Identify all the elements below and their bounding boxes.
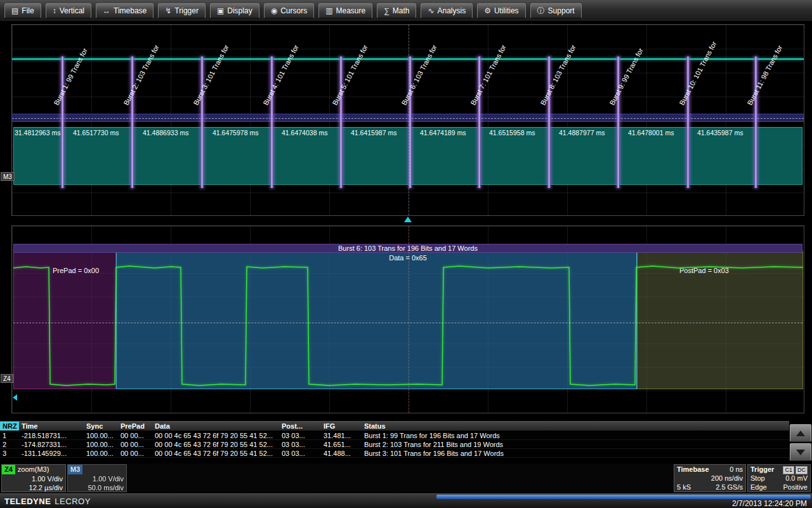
cell-post: 03 03... <box>279 449 321 457</box>
cell-prepad: 00 00... <box>118 440 152 448</box>
cell-time: -131.145929... <box>19 449 84 457</box>
z4-channel-tag[interactable]: Z4 <box>1 374 13 383</box>
col-data: Data <box>152 422 279 431</box>
cell-sync: 100.00... <box>84 440 118 448</box>
utilities-icon: ⚙ <box>484 7 491 15</box>
trigger-title: Trigger <box>750 465 774 474</box>
cell-status: Burst 1: 99 Trans for 196 Bits and 17 Wo… <box>362 431 789 439</box>
main-waveform-grid[interactable]: Burst 1: 99 Trans for Burst 2: 103 Trans… <box>11 24 804 216</box>
cell-sync: 100.00... <box>84 431 118 439</box>
menu-vertical-label: Vertical <box>60 6 84 15</box>
burst-annotation-7: Burst 7: 101 Trans for <box>469 43 508 107</box>
menu-measure[interactable]: ▥Measure <box>318 3 372 18</box>
menu-vertical[interactable]: ↕Vertical <box>46 3 91 18</box>
cell-prepad: 00 00... <box>118 431 152 439</box>
trigger-position-marker[interactable] <box>404 217 412 222</box>
burst-annotation-10: Burst 10: 101 Trans for <box>678 40 719 107</box>
table-header: NRZ Time Sync PrePad Data Post... IFG St… <box>0 421 789 431</box>
burst-marker-2 <box>131 57 134 188</box>
cell-ifg: 31.481... <box>321 431 362 439</box>
burst-annotation-2: Burst 2: 103 Trans for <box>122 43 161 107</box>
menu-cursors-label: Cursors <box>280 6 307 15</box>
menu-support-label: Support <box>548 6 575 15</box>
col-time: Time <box>19 422 84 431</box>
burst-annotation-1: Burst 1: 99 Trans for <box>53 47 89 107</box>
col-ifg: IFG <box>321 422 362 431</box>
burst-interval-time-10: 41.6478001 ms <box>628 129 674 137</box>
burst-interval-time-3: 41.4886933 ms <box>143 129 188 137</box>
burst-interval-time-9: 41.4887977 ms <box>559 129 605 137</box>
menu-analysis-label: Analysis <box>437 6 466 15</box>
z4-tdiv: 12.2 µs/div <box>2 483 65 492</box>
m3-tab: M3 <box>68 465 82 474</box>
scroll-up-button[interactable] <box>790 424 811 442</box>
timebase-scale: 200 ns/div <box>711 474 743 483</box>
menu-math[interactable]: ∑Math <box>377 3 416 18</box>
menu-timebase-label: Timebase <box>114 6 147 15</box>
arrow-down-icon <box>796 450 805 455</box>
analysis-icon: ∿ <box>428 7 434 15</box>
cell-post: 03 03... <box>279 440 321 448</box>
cell-index: 1 <box>0 431 19 439</box>
datetime-display: 2/7/2013 12:24:20 PM <box>732 499 807 508</box>
burst-marker-10 <box>686 57 690 188</box>
menu-trigger[interactable]: ↯Trigger <box>158 3 206 18</box>
trigger-slope: Positive <box>783 483 808 491</box>
table-row[interactable]: 3 -131.145929... 100.00... 00 00... 00 0… <box>0 449 789 458</box>
menu-trigger-label: Trigger <box>174 6 199 15</box>
table-row[interactable]: 1 -218.518731... 100.00... 00 00... 00 0… <box>0 431 789 440</box>
zoom-waveform-grid[interactable]: Burst 6: 103 Trans for 196 Bits and 17 W… <box>11 225 804 413</box>
cell-index: 3 <box>0 449 19 457</box>
m3-descriptor-box[interactable]: M3 1.00 V/div 50.0 ms/div <box>67 464 127 492</box>
table-row[interactable]: 2 -174.827331... 100.00... 00 00... 00 0… <box>0 440 789 449</box>
menu-math-label: Math <box>393 6 410 15</box>
menu-display[interactable]: ▣Display <box>210 3 259 18</box>
z4-descriptor-box[interactable]: Z4 zoom(M3) 1.00 V/div 12.2 µs/div <box>1 464 66 492</box>
col-sync: Sync <box>84 422 118 431</box>
menu-analysis[interactable]: ∿Analysis <box>421 3 473 18</box>
burst-marker-9 <box>617 57 620 188</box>
menu-cursors[interactable]: ◉Cursors <box>264 3 315 18</box>
cell-post: 03 03... <box>279 431 321 439</box>
trigger-descriptor-box[interactable]: Trigger C1DC Stop0.0 mV EdgePositive <box>747 464 811 492</box>
cell-data: 00 00 4c 65 43 72 6f 79 20 55 41 52... <box>152 431 279 439</box>
menu-timebase[interactable]: ↔Timebase <box>96 3 154 18</box>
timebase-title: Timebase <box>677 465 709 474</box>
zoom-center-line <box>409 226 409 413</box>
brand-lecroy: LECROY <box>55 497 90 506</box>
trigger-level: 0.0 mV <box>785 474 808 483</box>
m3-channel-tag[interactable]: M3 <box>1 172 15 181</box>
timebase-samples: 5 kS <box>677 483 691 491</box>
menu-file[interactable]: ▤File <box>4 3 41 18</box>
cell-data: 00 00 4c 65 43 72 6f 79 20 55 41 52... <box>152 449 279 457</box>
burst-interval-time-7: 41.6474189 ms <box>420 129 466 137</box>
burst-marker-3 <box>200 57 204 188</box>
brand-logo: TELEDYNELECROY <box>4 497 91 506</box>
burst-marker-8 <box>547 57 551 188</box>
trigger-time-line <box>409 25 409 215</box>
cell-time: -174.827331... <box>19 440 84 448</box>
timebase-descriptor-box[interactable]: Timebase0 ns 200 ns/div 5 kS2.5 GS/s <box>674 464 746 492</box>
cell-index: 2 <box>0 440 19 448</box>
menu-measure-label: Measure <box>336 6 365 15</box>
burst-interval-time-11: 41.6435987 ms <box>697 129 743 137</box>
cell-ifg: 41.651... <box>321 440 362 448</box>
menu-support[interactable]: ⓘSupport <box>530 3 582 18</box>
cursors-icon: ◉ <box>271 7 277 15</box>
burst-annotation-11: Burst 11: 98 Trans for <box>746 44 785 107</box>
burst-interval-time-5: 41.6474038 ms <box>282 129 327 137</box>
vertical-icon: ↕ <box>53 7 56 15</box>
status-bar: Z4 zoom(M3) 1.00 V/div 12.2 µs/div M3 1.… <box>0 464 812 493</box>
display-icon: ▣ <box>217 7 224 15</box>
burst-annotation-9: Burst 9: 99 Trans for <box>608 47 645 107</box>
timebase-rate: 2.5 GS/s <box>716 483 743 491</box>
timebase-icon: ↔ <box>103 7 110 15</box>
file-icon: ▤ <box>11 7 18 15</box>
trigger-mode: Stop <box>750 474 765 483</box>
cell-status: Burst 3: 101 Trans for 196 Bits and 17 W… <box>362 449 789 457</box>
menu-utilities[interactable]: ⚙Utilities <box>477 3 525 18</box>
zoom-pan-left-arrow[interactable] <box>13 394 17 401</box>
status-progress-bar <box>436 495 811 499</box>
burst-interval-time-4: 41.6475978 ms <box>213 129 258 137</box>
scroll-down-button[interactable] <box>790 443 811 461</box>
